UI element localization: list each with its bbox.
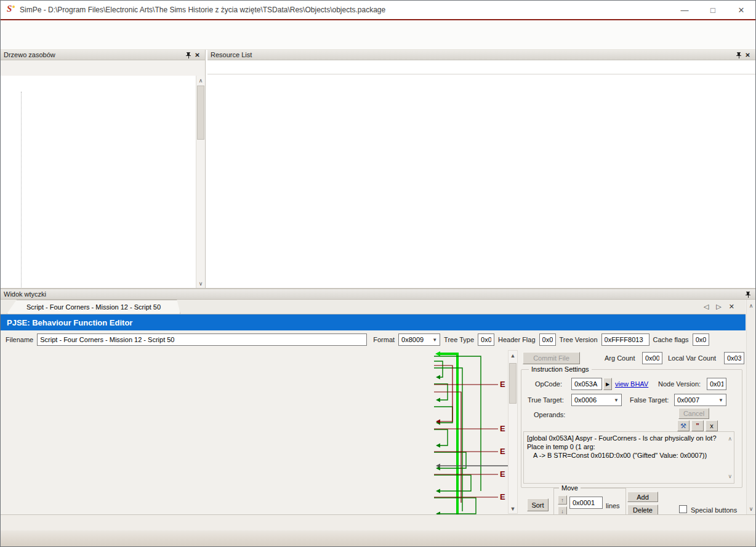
simpe-window: SimPe - D:\Program Files\Electronic Arts… [0, 0, 756, 547]
pjse-title: PJSE: Behaviour Function Editor [1, 318, 707, 327]
format-label: Format [373, 336, 395, 343]
titlebar: SimPe - D:\Program Files\Electronic Arts… [1, 1, 755, 19]
bhav-editor-body: E E E E E ▲ ▼ Commit File Arg Count Loca… [1, 349, 755, 514]
tree-panel-title: Drzewo zasobów [4, 51, 183, 58]
document-tab[interactable]: Script - Four Corners - Mission 12 - Scr… [7, 300, 180, 314]
local-var-count-label: Local Var Count [668, 354, 716, 362]
cache-flags-input[interactable] [693, 333, 709, 346]
opcode-input[interactable] [571, 378, 602, 390]
commit-file-button[interactable]: Commit File [523, 352, 580, 364]
special-buttons-label: Special buttons [691, 506, 737, 514]
chevron-down-icon: ▼ [718, 397, 723, 403]
scroll-up-icon[interactable]: ∧ [747, 301, 755, 310]
operand-clear-button[interactable]: x [706, 420, 718, 431]
view-bhav-link[interactable]: view BHAV [615, 380, 648, 388]
maximize-button[interactable]: □ [699, 1, 727, 19]
filename-input[interactable] [37, 333, 367, 346]
instruction-settings-group: Instruction Settings OpCode: ▶ view BHAV… [521, 369, 742, 488]
tab-close-icon[interactable]: ✕ [729, 303, 734, 311]
move-down-button[interactable]: ↓ [558, 506, 567, 514]
pin-icon[interactable] [183, 50, 193, 59]
tree-scrollbar[interactable]: ∧ ∨ [196, 76, 205, 288]
scroll-up-icon[interactable]: ▲ [509, 351, 517, 360]
node-version-input[interactable] [707, 378, 726, 390]
add-button[interactable]: Add [627, 492, 658, 502]
scroll-down-icon[interactable]: ∨ [728, 472, 732, 481]
plugin-panel-title: Widok wtyczki [4, 290, 743, 298]
chevron-down-icon: ▼ [432, 337, 437, 343]
opcode-label: OpCode: [535, 380, 562, 388]
minimize-button[interactable]: — [670, 1, 699, 19]
bhav-header-fields: Filename Format 0x8009▼ Tree Type Header… [1, 330, 746, 349]
scrollbar-thumb[interactable] [509, 363, 517, 404]
scroll-up-icon[interactable]: ∧ [196, 76, 205, 85]
operand-wizard-button[interactable]: ⚒ [677, 420, 690, 431]
pin-icon[interactable] [743, 290, 752, 298]
delete-button[interactable]: Delete [627, 505, 658, 514]
close-panel-icon[interactable]: ✕ [743, 50, 752, 59]
error-target-label: E [500, 447, 505, 456]
menubar [1, 20, 755, 34]
pjse-header: PJSE: Behaviour Function Editor [1, 314, 746, 330]
opcode-browse-button[interactable]: ▶ [603, 378, 612, 390]
error-target-label: E [500, 424, 505, 433]
bhav-flow-graph: E E E E E [434, 349, 518, 514]
plugin-view-panel: Widok wtyczki Script - Four Corners - Mi… [1, 288, 755, 514]
true-target-select[interactable]: 0x0006▼ [571, 394, 622, 406]
cancel-button[interactable]: Cancel [678, 408, 709, 419]
tab-prev-icon[interactable]: ◁ [704, 303, 709, 311]
tree-version-label: Tree Version [560, 336, 598, 343]
error-target-label: E [500, 380, 505, 389]
filename-label: Filename [6, 336, 33, 343]
resource-list-title: Resource List [211, 51, 734, 58]
resource-list-rows [207, 74, 755, 288]
pin-icon[interactable] [734, 50, 743, 59]
instruction-settings-title: Instruction Settings [529, 365, 592, 373]
false-target-label: False Target: [630, 396, 669, 404]
arg-count-input[interactable] [642, 352, 662, 364]
false-target-select[interactable]: 0x0007▼ [674, 394, 726, 406]
move-up-button[interactable]: ↑ [558, 495, 567, 505]
tab-next-icon[interactable]: ▷ [716, 303, 721, 311]
window-title: SimPe - D:\Program Files\Electronic Arts… [20, 6, 385, 14]
scroll-down-icon[interactable]: ▼ [509, 504, 517, 513]
scroll-down-icon[interactable]: ∨ [747, 504, 755, 513]
operands-label: Operands: [534, 411, 565, 418]
tree-type-input[interactable] [478, 333, 494, 346]
statusbar [1, 530, 755, 546]
header-flag-input[interactable] [539, 333, 556, 346]
tree-version-input[interactable] [601, 333, 649, 346]
lines-label: lines [606, 502, 620, 509]
graph-scrollbar[interactable]: ▲ ▼ [508, 350, 518, 514]
sort-button[interactable]: Sort [527, 498, 549, 511]
arg-count-label: Arg Count [605, 354, 635, 362]
special-buttons-checkbox[interactable] [679, 505, 687, 513]
true-target-label: True Target: [528, 396, 564, 404]
format-select[interactable]: 0x8009▼ [398, 333, 440, 346]
scroll-down-icon[interactable]: ∨ [196, 279, 205, 288]
error-target-label: E [500, 469, 505, 479]
operand-quote-button[interactable]: ” [691, 420, 704, 431]
instruction-description: [global 0x053A] Aspyr - FourCorners - Is… [523, 431, 734, 484]
move-label: Move [559, 484, 581, 492]
resource-list-panel: Resource List ✕ [207, 50, 755, 288]
tree-view-switcher [1, 60, 205, 76]
move-lines-input[interactable] [569, 497, 603, 509]
simpe-logo-icon [6, 5, 15, 15]
node-version-label: Node Version: [658, 380, 701, 388]
resource-tree [1, 76, 196, 288]
scrollbar-thumb[interactable] [197, 86, 204, 140]
document-tabstrip: Script - Four Corners - Mission 12 - Scr… [1, 300, 746, 314]
error-target-label: E [500, 492, 505, 501]
toolbar [1, 34, 755, 50]
chevron-down-icon: ▼ [614, 397, 619, 403]
local-var-count-input[interactable] [724, 352, 744, 364]
close-button[interactable]: ✕ [727, 1, 755, 19]
header-flag-label: Header Flag [498, 336, 536, 343]
scroll-up-icon[interactable]: ∧ [728, 434, 732, 443]
tree-type-label: Tree Type [444, 336, 474, 343]
view-tabs [1, 514, 755, 530]
resource-list-header [207, 60, 755, 74]
plugin-scrollbar[interactable]: ∧ ∨ [746, 300, 755, 514]
close-panel-icon[interactable]: ✕ [193, 50, 202, 59]
